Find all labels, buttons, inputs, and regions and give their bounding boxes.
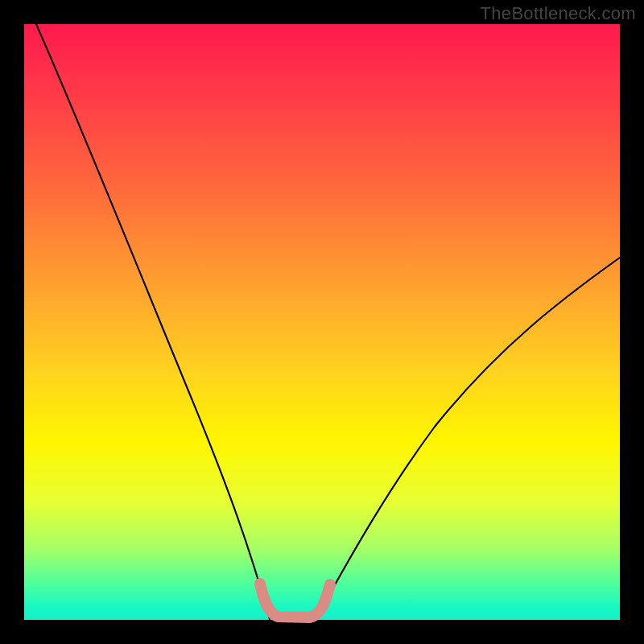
right-curve [316, 258, 620, 619]
bottom-accent-u [260, 584, 330, 617]
left-curve [36, 24, 270, 619]
watermark-text: TheBottleneck.com [481, 3, 636, 24]
chart-svg [0, 0, 644, 644]
chart-frame: TheBottleneck.com [0, 0, 644, 644]
